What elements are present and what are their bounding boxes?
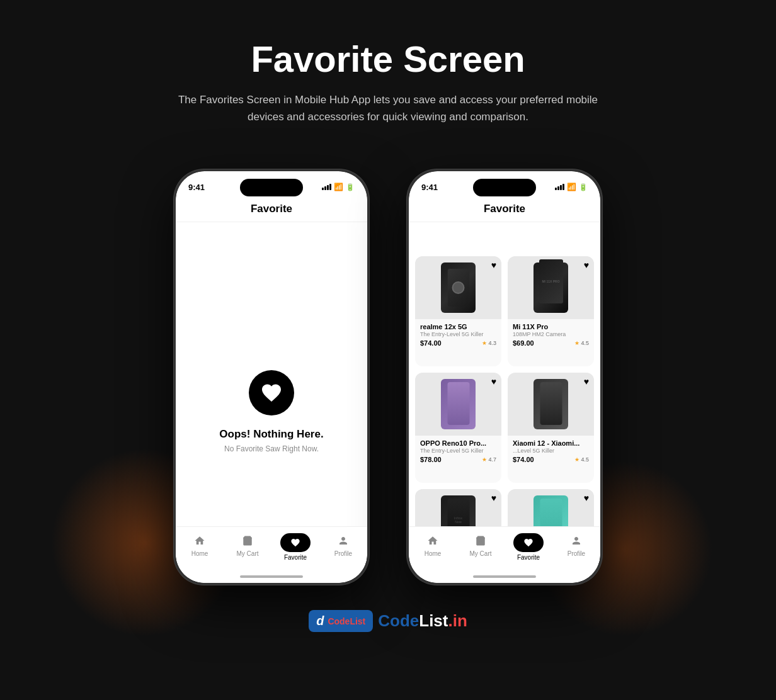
- phone2-nav-favorite[interactable]: Favorite: [510, 533, 547, 561]
- heart-6[interactable]: ♥: [584, 493, 589, 503]
- product-footer-3: $78.00 ★ 4.7: [420, 456, 496, 463]
- product-card-4[interactable]: ♥ Xiaomi 12 - Xiaomi... ...Level 5G Kill…: [508, 373, 594, 483]
- phone1-empty-state: Oops! Nothing Here. No Favorite Saw Righ…: [176, 250, 367, 573]
- phone2-time: 9:41: [421, 183, 438, 192]
- product-rating-2: ★ 4.5: [574, 340, 589, 346]
- profile-icon: [336, 533, 351, 548]
- phone-2-frame: 9:41 📶 🔋 Favorite: [407, 169, 602, 585]
- phone2-status-icons: 📶 🔋: [555, 183, 588, 191]
- phone2-vol-down: [407, 275, 408, 297]
- phones-container: 9:41 📶 🔋 Favorite: [0, 138, 776, 597]
- page-header: Favorite Screen The Favorites Screen in …: [0, 0, 776, 138]
- product-image-4: ♥: [508, 373, 594, 436]
- cart-icon-2: [473, 533, 488, 548]
- logo-sub: CodeList: [328, 616, 365, 626]
- phone1-battery: 🔋: [346, 183, 355, 191]
- home-icon-2: [425, 533, 440, 548]
- heart-icon: [260, 381, 283, 404]
- phone1-vol-down: [174, 275, 174, 297]
- product-desc-2: 108MP HM2 Camera: [513, 331, 589, 337]
- mi-img: MI 11X PRO: [534, 262, 568, 313]
- product-image-3: ♥: [415, 373, 501, 436]
- phone1-time: 9:41: [188, 183, 205, 192]
- page-footer: d CodeList CodeList.in: [0, 597, 776, 645]
- page-description: The Favorites Screen in Mobile Hub App l…: [168, 91, 608, 125]
- phone2-nav-profile[interactable]: Profile: [557, 533, 595, 557]
- product-price-1: $74.00: [420, 339, 442, 347]
- phone2-signal: [555, 184, 564, 190]
- heart-1[interactable]: ♥: [491, 260, 496, 270]
- phone2-nav-home-label: Home: [425, 550, 442, 557]
- product-price-3: $78.00: [420, 456, 442, 463]
- product-info-4: Xiaomi 12 - Xiaomi... ...Level 5G Killer…: [508, 436, 594, 467]
- phone2-nav-favorite-label: Favorite: [517, 554, 540, 561]
- heart-5[interactable]: ♥: [491, 493, 496, 503]
- empty-title: Oops! Nothing Here.: [219, 428, 323, 441]
- product-info-3: OPPO Reno10 Pro... The Entry-Level 5G Ki…: [415, 436, 501, 467]
- phone1-bottom-nav: Home My Cart Favorite: [176, 526, 367, 583]
- heart-3[interactable]: ♥: [491, 376, 496, 387]
- product-price-2: $69.00: [513, 339, 534, 347]
- heart-4[interactable]: ♥: [584, 376, 589, 387]
- product-card-3[interactable]: ♥ OPPO Reno10 Pro... The Entry-Level 5G …: [415, 373, 501, 483]
- product-footer-1: $74.00 ★ 4.3: [420, 339, 496, 347]
- phone1-wifi: 📶: [334, 183, 343, 191]
- star-icon-4: ★: [574, 456, 579, 463]
- phone2-bottom-nav: Home My Cart Favorite: [409, 526, 600, 583]
- phone1-vol-up: [174, 247, 174, 269]
- product-info-1: realme 12x 5G The Entry-Level 5G Killer …: [415, 319, 501, 351]
- product-name-4: Xiaomi 12 - Xiaomi...: [513, 439, 589, 447]
- phone2-nav-profile-label: Profile: [568, 550, 585, 557]
- heart-2[interactable]: ♥: [584, 260, 589, 270]
- cart-icon: [240, 533, 255, 548]
- product-rating-1: ★ 4.3: [482, 340, 496, 346]
- product-card-2[interactable]: MI 11X PRO ♥ Mi 11X Pro 108MP HM2 Camera…: [508, 256, 594, 366]
- realme-img: [441, 262, 476, 313]
- star-icon-3: ★: [482, 456, 487, 463]
- footer-logo: d CodeList CodeList.in: [13, 610, 763, 632]
- phone1-signal: [322, 184, 331, 190]
- page-title: Favorite Screen: [13, 38, 763, 80]
- phone2-app-header: Favorite: [409, 199, 600, 222]
- phone1-nav-profile-label: Profile: [334, 550, 352, 557]
- phone1-nav-home-label: Home: [191, 550, 208, 557]
- phone1-status-icons: 📶 🔋: [322, 183, 355, 191]
- product-rating-3: ★ 4.7: [482, 456, 496, 463]
- product-rating-4: ★ 4.5: [574, 456, 589, 463]
- phone2-nav-cart[interactable]: My Cart: [462, 533, 499, 557]
- home-icon: [192, 533, 207, 548]
- product-card-1[interactable]: ♥ realme 12x 5G The Entry-Level 5G Kille…: [415, 256, 501, 366]
- product-footer-2: $69.00 ★ 4.5: [513, 339, 589, 347]
- phone-1-frame: 9:41 📶 🔋 Favorite: [174, 169, 369, 585]
- product-name-3: OPPO Reno10 Pro...: [420, 439, 496, 447]
- phone1-app-header: Favorite: [176, 199, 367, 222]
- product-name-1: realme 12x 5G: [420, 323, 496, 330]
- phone1-nav-profile[interactable]: Profile: [324, 533, 362, 557]
- product-desc-1: The Entry-Level 5G Killer: [420, 331, 496, 337]
- phone2-product-grid: ♥ realme 12x 5G The Entry-Level 5G Kille…: [409, 250, 600, 573]
- star-icon-2: ★: [574, 340, 579, 346]
- logo-letter: d: [316, 614, 324, 628]
- phone1-nav-home[interactable]: Home: [181, 533, 219, 557]
- product-footer-4: $74.00 ★ 4.5: [513, 456, 589, 463]
- profile-icon-2: [569, 533, 584, 548]
- product-desc-3: The Entry-Level 5G Killer: [420, 448, 496, 454]
- phone2-wifi: 📶: [567, 183, 576, 191]
- phone2-nav-home[interactable]: Home: [414, 533, 452, 557]
- empty-subtitle: No Favorite Saw Right Now.: [224, 444, 319, 453]
- phone-2-screen: 9:41 📶 🔋 Favorite: [409, 171, 600, 583]
- phone2-battery: 🔋: [579, 183, 588, 191]
- product-price-4: $74.00: [513, 456, 534, 463]
- product-info-2: Mi 11X Pro 108MP HM2 Camera $69.00 ★ 4.5: [508, 319, 594, 351]
- phone1-home-indicator: [240, 575, 303, 578]
- phone1-nav-favorite[interactable]: Favorite: [277, 533, 314, 561]
- phone1-nav-cart-label: My Cart: [237, 550, 259, 557]
- phone1-nav-cart[interactable]: My Cart: [229, 533, 266, 557]
- phone1-dynamic-island: [240, 179, 303, 196]
- product-desc-4: ...Level 5G Killer: [513, 448, 589, 454]
- product-image-2: MI 11X PRO ♥: [508, 256, 594, 319]
- phone2-nav-cart-label: My Cart: [470, 550, 492, 557]
- favorite-icon-active: [280, 533, 311, 552]
- star-icon-1: ★: [482, 340, 487, 346]
- phone1-nav-favorite-label: Favorite: [284, 554, 307, 561]
